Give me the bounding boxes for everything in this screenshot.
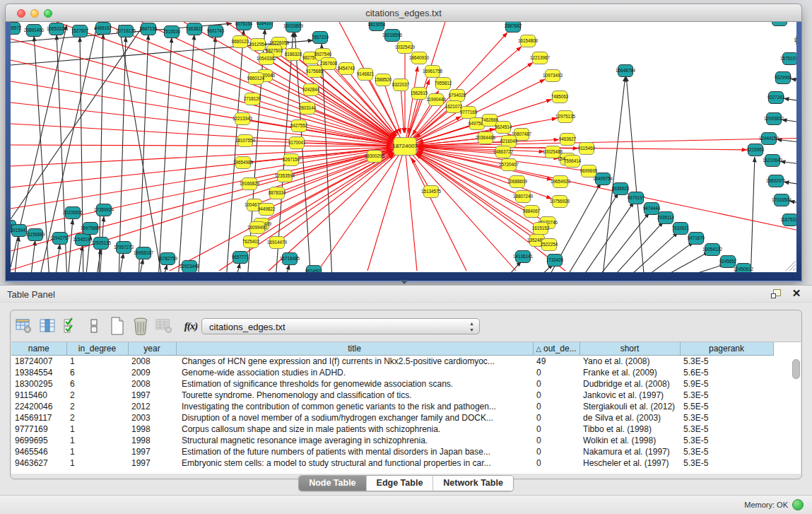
table-cell[interactable]: 9463627 bbox=[11, 457, 66, 469]
graph-node[interactable]: 15716485 bbox=[280, 253, 300, 265]
graph-node[interactable]: 12213343 bbox=[233, 113, 253, 125]
graph-node[interactable]: 20891406 bbox=[24, 25, 45, 37]
table-cell[interactable]: Nakamura et al. (1997) bbox=[579, 446, 680, 457]
graph-node[interactable]: 12505135 bbox=[91, 238, 112, 250]
graph-node[interactable]: 7632621 bbox=[672, 223, 690, 235]
graph-node[interactable]: 7596414 bbox=[564, 156, 582, 168]
table-cell[interactable]: Wolkin et al. (1998) bbox=[579, 435, 680, 446]
graph-node[interactable]: 16914479 bbox=[267, 237, 288, 249]
graph-node[interactable]: 9449822 bbox=[258, 204, 276, 216]
graph-node[interactable]: 16782759 bbox=[158, 253, 178, 265]
table-cell[interactable]: 6 bbox=[66, 378, 128, 390]
table-cell[interactable]: Changes of HCN gene expression and I(f) … bbox=[176, 356, 533, 368]
column-header-pagerank[interactable]: pagerank bbox=[680, 342, 773, 356]
graph-node[interactable]: 11156889 bbox=[25, 229, 45, 241]
graph-node[interactable]: 7485063 bbox=[551, 91, 569, 103]
tab-edge-table[interactable]: Edge Table bbox=[366, 476, 433, 491]
table-cell[interactable]: 5.3E-5 bbox=[680, 412, 773, 424]
graph-node[interactable]: 8454743 bbox=[338, 63, 355, 75]
table-cell[interactable]: 2 bbox=[66, 412, 128, 424]
graph-node[interactable]: 12923448 bbox=[180, 261, 200, 273]
column-header-name[interactable]: name bbox=[11, 342, 66, 356]
table-cell[interactable]: 0 bbox=[533, 378, 579, 390]
table-cell[interactable]: 14569117 bbox=[11, 412, 66, 424]
table-cell[interactable]: 5.6E-5 bbox=[680, 367, 773, 378]
graph-node[interactable]: 11675338 bbox=[780, 214, 800, 226]
table-cell[interactable]: 9465546 bbox=[11, 446, 66, 457]
table-cell[interactable]: Structural magnetic resonance image aver… bbox=[176, 435, 533, 446]
graph-node[interactable]: 15720407 bbox=[499, 159, 519, 171]
graph-node[interactable]: 9115460 bbox=[578, 143, 596, 155]
graph-node[interactable]: 2522254 bbox=[541, 239, 558, 251]
graph-node[interactable]: 16099490 bbox=[247, 222, 268, 234]
table-row[interactable]: 946362711997Embryonic stem cells: a mode… bbox=[11, 457, 773, 469]
table-cell[interactable]: 0 bbox=[533, 412, 579, 424]
table-row[interactable]: 1938455462009Genome-wide association stu… bbox=[11, 367, 773, 378]
table-cell[interactable]: 5.3E-5 bbox=[680, 390, 773, 401]
graph-node[interactable]: 18640910 bbox=[409, 52, 430, 64]
table-cell[interactable]: 2 bbox=[66, 390, 128, 401]
table-cell[interactable]: 0 bbox=[533, 424, 579, 435]
table-cell[interactable]: 1998 bbox=[128, 435, 176, 446]
delete-table-button[interactable] bbox=[155, 316, 172, 336]
table-cell[interactable]: 18724007 bbox=[11, 356, 66, 368]
graph-node[interactable]: 9329966 bbox=[775, 72, 792, 84]
graph-node[interactable]: 12213967 bbox=[530, 52, 551, 64]
table-cell[interactable]: 9777169 bbox=[11, 424, 66, 435]
graph-node[interactable]: 3170041 bbox=[288, 137, 306, 149]
table-cell[interactable]: 1997 bbox=[128, 457, 176, 469]
graph-node[interactable]: 10688609 bbox=[507, 176, 528, 188]
table-cell[interactable]: 0 bbox=[533, 457, 579, 469]
graph-node[interactable]: 9601743 bbox=[207, 25, 225, 37]
graph-node[interactable]: 1733426 bbox=[546, 255, 564, 267]
table-row[interactable]: 969969511998Structural magnetic resonanc… bbox=[11, 435, 773, 446]
graph-node[interactable]: 2887682 bbox=[505, 21, 522, 33]
table-cell[interactable]: Genome-wide association studies in ADHD. bbox=[176, 367, 533, 378]
graph-node[interactable]: 6794028 bbox=[449, 90, 466, 102]
table-cell[interactable]: 5.9E-5 bbox=[680, 378, 773, 390]
table-scrollbar-thumb[interactable] bbox=[792, 359, 800, 379]
graph-node[interactable]: 7515530 bbox=[163, 26, 181, 38]
graph-node[interactable]: 8267150 bbox=[283, 154, 300, 166]
graph-node[interactable]: 8322037 bbox=[392, 79, 410, 91]
tab-node-table[interactable]: Node Table bbox=[299, 476, 365, 491]
graph-node[interactable]: 16648784 bbox=[616, 65, 636, 77]
graph-node[interactable]: 8572314 bbox=[771, 14, 789, 26]
graph-node[interactable]: 16033809 bbox=[283, 21, 304, 33]
table-cell[interactable]: Tibbo et al. (1998) bbox=[579, 424, 680, 435]
graph-node[interactable]: 12942757 bbox=[50, 233, 71, 245]
tab-network-table[interactable]: Network Table bbox=[433, 476, 513, 491]
table-cell[interactable]: 1 bbox=[66, 435, 128, 446]
graph-node[interactable]: 8216049 bbox=[500, 136, 518, 148]
table-cell[interactable]: 0 bbox=[533, 401, 579, 412]
table-cell[interactable]: 1 bbox=[66, 356, 128, 368]
table-cell[interactable]: 5.5E-5 bbox=[680, 401, 773, 412]
table-row[interactable]: 977716911998Corpus callosum shape and si… bbox=[11, 424, 773, 435]
table-cell[interactable]: 9699695 bbox=[11, 435, 66, 446]
float-panel-icon[interactable] bbox=[771, 289, 782, 299]
graph-node[interactable]: 18107554 bbox=[235, 135, 256, 147]
unselect-all-button[interactable] bbox=[86, 316, 102, 336]
table-cell[interactable]: Investigating the contribution of common… bbox=[176, 401, 533, 412]
show-columns-button[interactable] bbox=[39, 316, 56, 336]
table-row[interactable]: 2242004622012Investigating the contribut… bbox=[11, 401, 773, 412]
graph-node[interactable]: 1588520 bbox=[375, 74, 392, 86]
graph-node[interactable]: 12353594 bbox=[275, 170, 295, 182]
graph-node[interactable]: 8215953 bbox=[747, 144, 765, 156]
table-cell[interactable]: de Silva et al. (2003) bbox=[579, 412, 680, 424]
graph-node[interactable]: 9860124 bbox=[247, 73, 265, 85]
table-cell[interactable]: 2003 bbox=[128, 412, 176, 424]
table-selector-dropdown[interactable]: citations_edges.txt ▲▼ bbox=[201, 318, 480, 334]
table-cell[interactable]: Estimation of the future numbers of pati… bbox=[176, 446, 533, 457]
network-canvas[interactable]: 4605572208914061065332715278076466167107… bbox=[0, 0, 812, 285]
table-cell[interactable]: 2008 bbox=[128, 378, 176, 390]
table-cell[interactable]: 22420046 bbox=[11, 401, 66, 412]
memory-status-icon[interactable] bbox=[792, 499, 804, 510]
graph-node[interactable]: 4605572 bbox=[4, 23, 22, 35]
table-cell[interactable]: 2009 bbox=[128, 367, 176, 378]
graph-node[interactable]: 8471670 bbox=[688, 233, 705, 245]
table-cell[interactable]: 5.3E-5 bbox=[680, 356, 773, 368]
table-cell[interactable]: Hescheler et al. (1997) bbox=[579, 457, 680, 469]
graph-node[interactable]: 8878334 bbox=[269, 187, 286, 199]
graph-node[interactable]: 20206506 bbox=[63, 207, 83, 219]
